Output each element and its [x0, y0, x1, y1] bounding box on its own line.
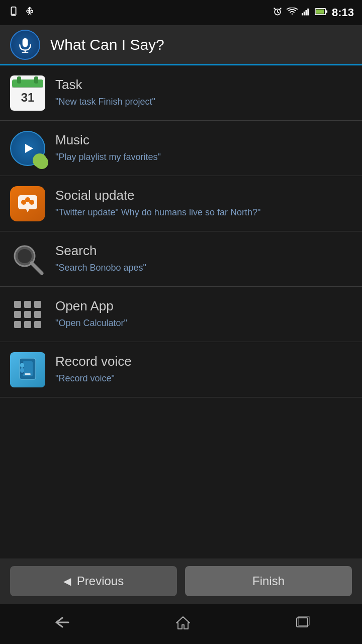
- grid-dot-8: [24, 321, 31, 328]
- task-subtitle: "New task Finish project": [55, 96, 352, 108]
- record-voice-title: Record voice: [55, 354, 352, 369]
- svg-rect-11: [304, 12, 305, 16]
- svg-point-40: [20, 368, 24, 373]
- social-update-subtitle: "Twitter update" Why do humans live so f…: [55, 206, 352, 219]
- open-app-subtitle: "Open Calculator": [55, 317, 352, 330]
- search-text: Search "Search Bonobo apes": [55, 243, 352, 274]
- page-title: What Can I Say?: [50, 36, 164, 53]
- search-icon: [10, 242, 45, 277]
- svg-rect-1: [12, 14, 15, 15]
- svg-rect-10: [302, 13, 303, 16]
- grid-dot-4: [14, 311, 21, 318]
- open-app-icon: [10, 297, 45, 332]
- music-circle: [10, 131, 45, 166]
- system-bar: [0, 604, 362, 644]
- social-orange-bg: [10, 186, 45, 221]
- list-item-task[interactable]: 31 Task "New task Finish project": [0, 65, 362, 121]
- finish-label: Finish: [252, 574, 285, 588]
- social-update-icon: [10, 186, 45, 221]
- record-voice-subtitle: "Record voice": [55, 372, 352, 385]
- list-item-search[interactable]: Search "Search Bonobo apes": [0, 231, 362, 287]
- social-update-title: Social update: [55, 188, 352, 203]
- previous-chevron-icon: ◀: [63, 575, 71, 587]
- music-icon: [10, 131, 45, 166]
- grid-dot-2: [24, 301, 31, 308]
- search-title: Search: [55, 243, 352, 259]
- svg-rect-37: [25, 373, 31, 375]
- alarm-icon: [273, 7, 283, 19]
- open-app-text: Open App "Open Calculator": [55, 298, 352, 330]
- grid-dot-7: [14, 321, 21, 328]
- svg-rect-21: [12, 79, 43, 88]
- record-voice-text: Record voice "Record voice": [55, 354, 352, 385]
- svg-rect-16: [316, 9, 324, 14]
- svg-point-31: [29, 200, 34, 205]
- social-update-text: Social update "Twitter update" Why do hu…: [55, 188, 352, 219]
- record-voice-icon: [10, 352, 45, 387]
- svg-rect-15: [326, 10, 327, 13]
- music-title: Music: [55, 132, 352, 148]
- battery-icon: [315, 8, 328, 18]
- grid-dot-1: [14, 301, 21, 308]
- status-left-icons: [8, 6, 34, 20]
- status-right-icons: 8:13: [273, 6, 354, 19]
- open-app-title: Open App: [55, 298, 352, 314]
- previous-label: Previous: [77, 574, 124, 588]
- status-time: 8:13: [332, 6, 354, 19]
- grid-dot-9: [34, 321, 41, 328]
- task-text: Task "New task Finish project": [55, 77, 352, 108]
- microphone-icon: [17, 37, 33, 53]
- list-item-music[interactable]: Music "Play playlist my favorites": [0, 121, 362, 176]
- grid-dot-6: [34, 311, 41, 318]
- svg-rect-17: [23, 38, 28, 47]
- status-bar: 8:13: [0, 0, 362, 25]
- back-icon[interactable]: [52, 616, 70, 632]
- svg-point-39: [20, 363, 24, 368]
- svg-point-33: [18, 249, 32, 263]
- svg-rect-6: [31, 10, 33, 12]
- list-item-record-voice[interactable]: Record voice "Record voice": [0, 342, 362, 397]
- search-subtitle: "Search Bonobo apes": [55, 262, 352, 274]
- wifi-icon: [287, 8, 298, 18]
- previous-button[interactable]: ◀ Previous: [10, 566, 177, 596]
- device-icon: [8, 6, 19, 20]
- grid-icon: [10, 297, 45, 332]
- finish-button[interactable]: Finish: [185, 566, 352, 596]
- app-header: What Can I Say?: [0, 25, 362, 65]
- svg-marker-26: [25, 144, 33, 153]
- recent-apps-icon[interactable]: [296, 616, 310, 632]
- svg-rect-23: [34, 76, 38, 84]
- music-subtitle: "Play playlist my favorites": [55, 151, 352, 164]
- task-icon: 31: [10, 75, 45, 111]
- signal-icon: [302, 7, 311, 19]
- home-icon[interactable]: [175, 615, 191, 633]
- task-title: Task: [55, 77, 352, 93]
- svg-line-7: [28, 13, 30, 15]
- usb-icon: [25, 6, 34, 20]
- grid-dot-5: [24, 311, 31, 318]
- svg-rect-22: [17, 76, 21, 84]
- list-item-open-app[interactable]: Open App "Open Calculator": [0, 287, 362, 342]
- svg-point-27: [40, 161, 43, 164]
- svg-line-34: [32, 263, 42, 273]
- list-item-social-update[interactable]: Social update "Twitter update" Why do hu…: [0, 176, 362, 231]
- grid-dot-3: [34, 301, 41, 308]
- mic-icon-container: [10, 30, 40, 60]
- svg-line-8: [30, 13, 31, 15]
- svg-point-5: [27, 10, 29, 13]
- navigation-bar: ◀ Previous Finish: [0, 558, 362, 604]
- svg-text:31: 31: [21, 91, 35, 104]
- svg-rect-12: [305, 10, 307, 16]
- voice-commands-list: 31 Task "New task Finish project": [0, 65, 362, 397]
- svg-rect-13: [307, 9, 309, 16]
- music-text: Music "Play playlist my favorites": [55, 132, 352, 164]
- record-blue-bg: [10, 352, 45, 387]
